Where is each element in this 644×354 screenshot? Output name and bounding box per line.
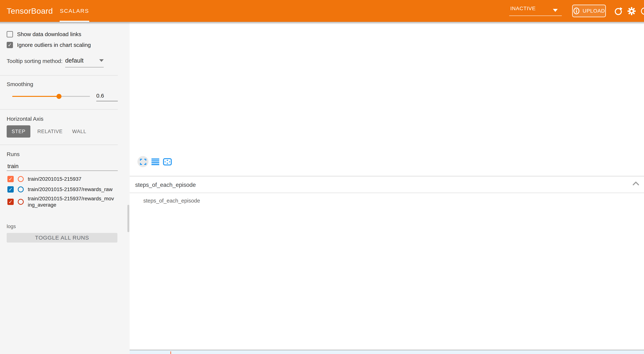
refresh-icon[interactable] xyxy=(614,7,622,15)
run-label: train/20201015-215937/rewards_raw xyxy=(28,186,112,192)
divider xyxy=(0,144,118,145)
expand-chart-icon[interactable] xyxy=(140,159,146,165)
runs-filter-underline xyxy=(7,170,118,171)
smoothing-value-input[interactable]: 0.6 xyxy=(96,92,118,99)
smoothing-slider[interactable] xyxy=(12,96,90,97)
tooltip-run-color-tick xyxy=(170,352,171,354)
settings-sidebar: Show data download links ✓ Ignore outlie… xyxy=(0,22,130,354)
upload-button-label: UPLOAD xyxy=(582,8,605,14)
runs-label: Runs xyxy=(7,151,20,157)
run-row-rewards-moving-average[interactable]: ✓ train/20201015-215937/rewards_moving_a… xyxy=(8,196,115,208)
section-header[interactable]: steps_of_each_episode xyxy=(130,176,644,193)
runs-label-row: Runs xyxy=(7,151,20,157)
checkbox-unchecked[interactable] xyxy=(7,31,13,38)
ignore-outliers-row[interactable]: ✓ Ignore outliers in chart scaling xyxy=(7,42,91,48)
smoothing-value-underline xyxy=(96,101,118,101)
chevron-down-icon xyxy=(99,59,104,62)
chart-toolbar xyxy=(130,156,185,168)
divider xyxy=(0,109,118,110)
horizontal-axis-label: Horizontal Axis xyxy=(7,116,43,122)
smoothing-label: Smoothing xyxy=(7,81,33,88)
rewards-chart-card xyxy=(130,22,644,176)
tooltip-sorting-select[interactable]: default xyxy=(65,57,104,64)
axis-button-relative[interactable]: RELATIVE xyxy=(35,125,65,138)
tooltip-sorting-label: Tooltip sorting method: xyxy=(7,58,62,64)
run-label: train/20201015-215937/rewards_moving_ave… xyxy=(28,196,115,208)
gear-icon[interactable] xyxy=(627,7,636,15)
chevron-down-icon[interactable] xyxy=(553,9,558,12)
run-label: train/20201015-215937 xyxy=(28,176,82,182)
tooltip-strip xyxy=(130,350,644,354)
chart-title: steps_of_each_episode xyxy=(143,198,200,204)
tooltip-sorting-value: default xyxy=(65,57,84,64)
run-checkbox-orange[interactable]: ✓ xyxy=(8,176,14,182)
run-radio-orange[interactable] xyxy=(18,176,24,182)
status-dropdown-value[interactable]: INACTIVE xyxy=(510,6,536,12)
show-download-links-row[interactable]: Show data download links xyxy=(7,31,81,38)
horizontal-axis-label-row: Horizontal Axis xyxy=(7,116,43,122)
smoothing-label-row: Smoothing xyxy=(7,81,33,88)
app-header: TensorBoard SCALARS INACTIVE UPLOAD xyxy=(0,0,644,22)
header-shadow xyxy=(0,22,644,24)
steps-chart-card: steps_of_each_episode xyxy=(130,193,644,354)
run-row-rewards-raw[interactable]: ✓ train/20201015-215937/rewards_raw xyxy=(8,186,112,192)
checkbox-checked[interactable]: ✓ xyxy=(7,42,13,48)
status-dropdown-underline xyxy=(509,16,562,16)
data-table-icon[interactable] xyxy=(152,158,159,165)
active-tab-indicator xyxy=(60,21,89,22)
smoothing-slider-fill xyxy=(12,96,59,97)
runs-filter-input[interactable]: train xyxy=(8,163,18,170)
upload-button[interactable]: UPLOAD xyxy=(572,5,606,17)
tooltip-select-underline xyxy=(65,67,104,68)
logs-footer: logs xyxy=(7,224,16,230)
divider xyxy=(0,75,118,76)
chevron-up-icon[interactable] xyxy=(632,181,640,186)
sidebar-scrollbar[interactable] xyxy=(128,205,129,232)
run-checkbox-blue[interactable]: ✓ xyxy=(8,186,14,192)
tooltip-sorting-row: Tooltip sorting method: xyxy=(7,58,62,64)
help-icon[interactable] xyxy=(640,7,644,15)
axis-button-step[interactable]: STEP xyxy=(7,125,30,138)
info-icon xyxy=(573,8,580,14)
run-radio-red[interactable] xyxy=(18,199,24,205)
axis-button-wall[interactable]: WALL xyxy=(70,125,88,138)
run-checkbox-red[interactable]: ✓ xyxy=(8,199,14,205)
runs-filter-value: train xyxy=(8,163,18,170)
run-radio-blue[interactable] xyxy=(18,186,24,192)
app-title: TensorBoard xyxy=(7,0,53,22)
show-download-links-label: Show data download links xyxy=(17,31,81,38)
logs-label: logs xyxy=(7,224,16,230)
run-row-train[interactable]: ✓ train/20201015-215937 xyxy=(8,176,82,182)
section-title: steps_of_each_episode xyxy=(135,177,196,193)
toggle-all-runs-button[interactable]: TOGGLE ALL RUNS xyxy=(7,233,118,242)
fit-domain-icon[interactable] xyxy=(163,158,172,166)
ignore-outliers-label: Ignore outliers in chart scaling xyxy=(17,42,91,48)
smoothing-slider-thumb[interactable] xyxy=(56,94,62,99)
tab-scalars[interactable]: SCALARS xyxy=(60,0,89,22)
